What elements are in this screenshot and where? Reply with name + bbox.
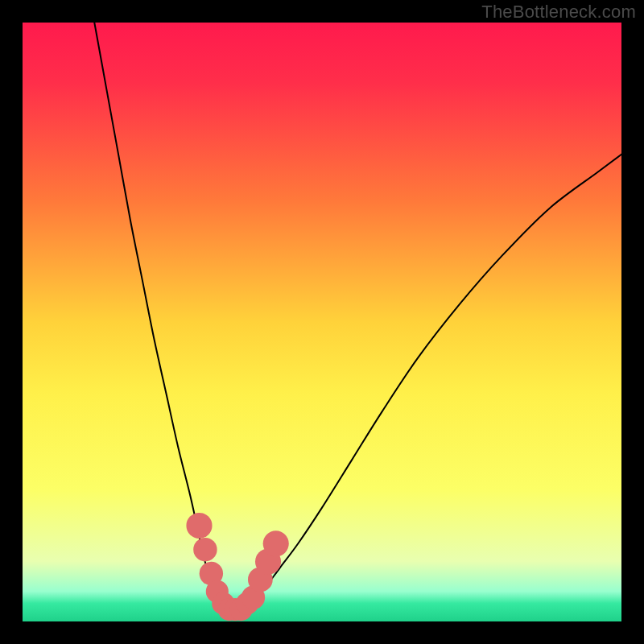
chart-frame: TheBottleneck.com [0, 0, 644, 644]
watermark-text: TheBottleneck.com [481, 2, 636, 23]
chart-svg [23, 23, 621, 621]
chart-background [23, 23, 621, 621]
chart-plot-area [23, 23, 621, 621]
data-marker [186, 513, 212, 539]
data-marker [193, 538, 217, 561]
data-marker [263, 530, 289, 556]
